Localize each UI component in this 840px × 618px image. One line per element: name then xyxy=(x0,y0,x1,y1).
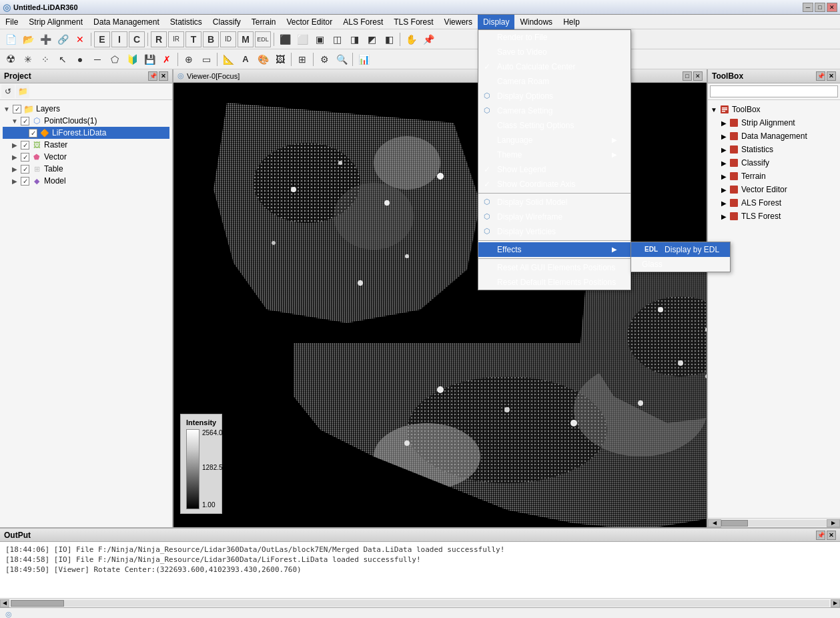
menu-class-setting-options[interactable]: Class Setting Options xyxy=(478,118,631,133)
menu-effects[interactable]: Effects ▶ EDL Display by EDL Glass xyxy=(478,242,631,257)
menu-display-wireframe[interactable]: ⬡ Display Wireframe xyxy=(478,210,631,224)
menu-file[interactable]: File xyxy=(0,15,23,29)
toolbox-pin-btn[interactable]: 📌 xyxy=(816,71,825,81)
viewer-max-btn[interactable]: □ xyxy=(683,71,692,81)
tb-dots-btn[interactable]: ⁘ xyxy=(37,51,53,67)
tb-star-btn[interactable]: ✳ xyxy=(20,51,36,67)
tb-pin-btn[interactable]: 📌 xyxy=(420,31,436,47)
tb-sphere-btn[interactable]: ● xyxy=(72,51,88,67)
tb-cube-btn[interactable]: ⬛ xyxy=(277,31,293,47)
menu-als-forest[interactable]: ALS Forest xyxy=(338,15,388,29)
tb-cube4-btn[interactable]: ◫ xyxy=(329,31,345,47)
menu-help[interactable]: Help xyxy=(558,15,585,29)
tb-btn-t[interactable]: T xyxy=(185,31,201,47)
tb-cube5-btn[interactable]: ◨ xyxy=(346,31,362,47)
menu-display-options[interactable]: ⬡ Display Options xyxy=(478,89,631,103)
tb-img-btn[interactable]: 🖼 xyxy=(272,51,288,67)
menu-statistics[interactable]: Statistics xyxy=(165,15,207,29)
check-table[interactable] xyxy=(21,165,29,174)
toolbox-terrain[interactable]: ▶ Terrain xyxy=(711,170,837,183)
toolbox-search-input[interactable] xyxy=(710,85,838,97)
tb-danger-btn[interactable]: ☢ xyxy=(3,51,19,67)
tree-table[interactable]: ▶ ⊞ Table xyxy=(3,163,169,175)
expand-model[interactable]: ▶ xyxy=(11,177,19,185)
check-lidata[interactable] xyxy=(29,129,37,137)
menu-language[interactable]: Language ▶ xyxy=(478,133,631,147)
close-button[interactable]: ✕ xyxy=(827,3,837,12)
tb-btn-i[interactable]: I xyxy=(111,31,127,47)
toolbox-tls-forest[interactable]: ▶ TLS Forest xyxy=(711,210,837,223)
tb-hand-btn[interactable]: ✋ xyxy=(403,31,419,47)
menu-render-to-file[interactable]: Render to File xyxy=(478,30,631,45)
tb-text-btn[interactable]: A xyxy=(238,51,254,67)
tb-cube2-btn[interactable]: ⬜ xyxy=(294,31,310,47)
tb-grid-btn[interactable]: ⊞ xyxy=(294,51,310,67)
expand-table[interactable]: ▶ xyxy=(11,165,19,173)
toolbox-data-management[interactable]: ▶ Data Management xyxy=(711,129,837,143)
menu-show-legend[interactable]: ✓ Show Legend xyxy=(478,162,631,177)
tb-x-btn[interactable]: ✗ xyxy=(159,51,175,67)
tb-shield-btn[interactable]: 🔰 xyxy=(124,51,140,67)
toolbox-vector-editor[interactable]: ▶ Vector Editor xyxy=(711,183,837,196)
tree-layers[interactable]: ▼ 📁 Layers xyxy=(3,103,169,115)
menu-reset-default[interactable]: Reset Default Elements Positions xyxy=(478,275,631,290)
menu-tls-forest[interactable]: TLS Forest xyxy=(388,15,438,29)
maximize-button[interactable]: □ xyxy=(815,3,825,12)
toolbox-root-item[interactable]: ▼ ToolBox xyxy=(711,103,837,116)
tree-raster[interactable]: ▶ 🖼 Raster xyxy=(3,139,169,151)
tb-cube6-btn[interactable]: ◩ xyxy=(364,31,380,47)
tree-vector[interactable]: ▶ ⬟ Vector xyxy=(3,151,169,163)
expand-raster[interactable]: ▶ xyxy=(11,141,19,149)
menu-viewers[interactable]: Viewers xyxy=(439,15,478,29)
tb-btn-b[interactable]: B xyxy=(203,31,219,47)
toolbox-scroll-right[interactable]: ▶ xyxy=(827,519,840,527)
tree-model[interactable]: ▶ ◆ Model xyxy=(3,175,169,187)
project-close-btn[interactable]: ✕ xyxy=(159,71,168,81)
check-layers[interactable] xyxy=(13,105,21,113)
toolbox-strip-alignment[interactable]: ▶ Strip Alignment xyxy=(711,116,837,129)
menu-classify[interactable]: Classify xyxy=(207,15,246,29)
menu-glass[interactable]: Glass xyxy=(631,257,730,272)
output-scroll-thumb[interactable] xyxy=(11,600,64,607)
tb-measure-btn[interactable]: 📐 xyxy=(220,51,236,67)
toolbox-statistics[interactable]: ▶ Statistics xyxy=(711,143,837,156)
tb-cursor-btn[interactable]: ↖ xyxy=(55,51,71,67)
project-pin-btn[interactable]: 📌 xyxy=(148,71,157,81)
tb-minus-btn[interactable]: ─ xyxy=(89,51,105,67)
toolbox-als-forest[interactable]: ▶ ALS Forest xyxy=(711,196,837,210)
tb-btn-id[interactable]: ID xyxy=(220,31,236,47)
menu-display-solid-model[interactable]: ⬡ Display Solid Model xyxy=(478,195,631,210)
tb-add-button[interactable]: ➕ xyxy=(37,31,53,47)
tree-pointclouds[interactable]: ▼ ⬡ PointClouds(1) xyxy=(3,115,169,127)
tb-save2-btn[interactable]: 💾 xyxy=(141,51,157,67)
menu-data-management[interactable]: Data Management xyxy=(88,15,165,29)
tree-liforest-lidata[interactable]: 🔶 LiForest.LiData xyxy=(3,127,169,139)
menu-theme[interactable]: Theme ▶ xyxy=(478,147,631,162)
expand-lidata[interactable] xyxy=(19,129,27,137)
toolbox-close-btn[interactable]: ✕ xyxy=(827,71,836,81)
toolbox-classify[interactable]: ▶ Classify xyxy=(711,156,837,170)
tb-cube7-btn[interactable]: ◧ xyxy=(381,31,397,47)
menu-camera-roam[interactable]: Camera Roam xyxy=(478,74,631,89)
tb-btn-r[interactable]: R xyxy=(151,31,167,47)
menu-display-by-edl[interactable]: EDL Display by EDL xyxy=(631,242,730,257)
tb-chart-btn[interactable]: 📊 xyxy=(356,51,372,67)
menu-auto-calculate-center[interactable]: ✓ Auto Calculate Center xyxy=(478,59,631,74)
tb-settings-btn[interactable]: ⚙ xyxy=(316,51,332,67)
project-folder-btn[interactable]: 📁 xyxy=(16,85,29,98)
tb-pentagon-btn[interactable]: ⬠ xyxy=(107,51,123,67)
tb-new-button[interactable]: 📄 xyxy=(3,31,19,47)
tb-cube3-btn[interactable]: ▣ xyxy=(312,31,328,47)
tb-btn-ir[interactable]: IR xyxy=(168,31,184,47)
menu-terrain[interactable]: Terrain xyxy=(246,15,282,29)
check-raster[interactable] xyxy=(21,141,29,149)
menu-show-coord-axis[interactable]: ✓ Show Coordinate Axis xyxy=(478,177,631,192)
tb-btn-edl[interactable]: EDL xyxy=(255,31,271,47)
expand-vector[interactable]: ▶ xyxy=(11,153,19,161)
output-scroll-left[interactable]: ◀ xyxy=(0,599,9,607)
tb-open-button[interactable]: 📂 xyxy=(20,31,36,47)
menu-save-to-video[interactable]: Save to Video xyxy=(478,45,631,59)
tb-link-button[interactable]: 🔗 xyxy=(55,31,71,47)
tb-plus2-btn[interactable]: ⊕ xyxy=(181,51,197,67)
tb-btn-m[interactable]: M xyxy=(238,31,254,47)
